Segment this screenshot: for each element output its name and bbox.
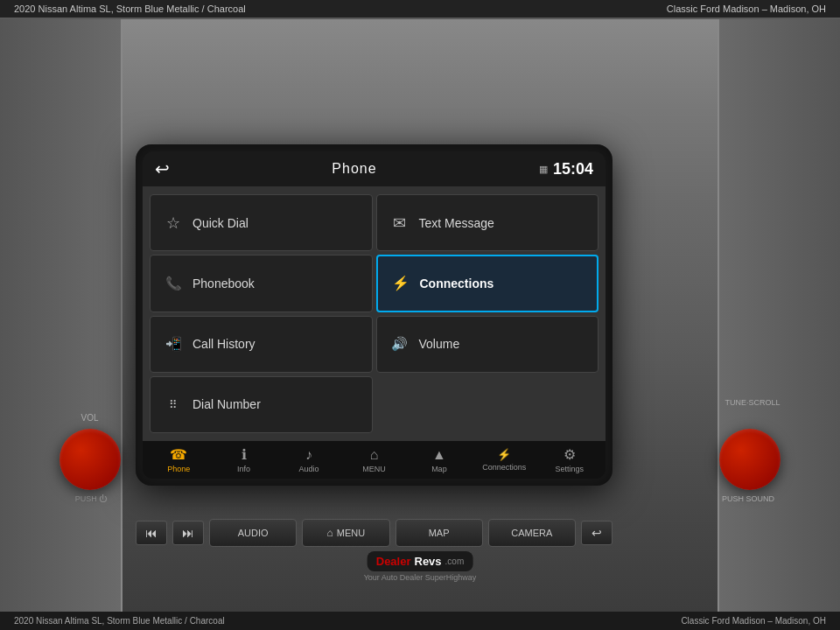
connections-nav-label: Connections: [482, 463, 526, 472]
volume-label: Volume: [419, 337, 460, 351]
empty-cell: [376, 376, 599, 433]
bottom-nav: ☎ Phone ℹ Info ♪ Audio ⌂ MENU ▲ Map: [143, 440, 606, 479]
volume-icon: 🔊: [389, 336, 410, 352]
physical-buttons-row: ⏮ ⏭ AUDIO ⌂ MENU MAP CAMERA ↩: [136, 519, 612, 547]
volume-button[interactable]: 🔊 Volume: [376, 316, 599, 373]
screen-bezel: ↩ Phone ▦ 15:04 ☆ Quick Dial ✉ Text Mess…: [136, 144, 612, 486]
dial-pad-icon: ⠿: [163, 398, 184, 411]
vol-label: VOL: [61, 413, 118, 423]
bottom-dealership: Classic Ford Madison – Madison, OH: [681, 616, 826, 626]
audio-physical-button[interactable]: AUDIO: [209, 519, 297, 547]
text-message-label: Text Message: [419, 216, 494, 230]
volume-knob[interactable]: [60, 429, 121, 490]
nav-info[interactable]: ℹ Info: [222, 446, 266, 473]
connections-button[interactable]: ⚡ Connections: [376, 255, 599, 312]
menu-icon: ⌂: [327, 527, 333, 539]
call-history-icon: 📲: [163, 336, 184, 352]
signal-icon: ▦: [539, 164, 548, 175]
text-message-icon: ✉: [389, 214, 410, 233]
map-physical-button[interactable]: MAP: [396, 519, 483, 547]
clock: 15:04: [553, 160, 593, 178]
nav-connections[interactable]: ⚡ Connections: [482, 448, 526, 472]
call-history-label: Call History: [192, 337, 256, 351]
dial-number-label: Dial Number: [192, 397, 261, 411]
tune-scroll-label: TUNE·SCROLL: [713, 398, 792, 409]
nav-map[interactable]: ▲ Map: [417, 447, 461, 473]
menu-btn-label: MENU: [337, 528, 365, 538]
info-nav-label: Info: [237, 465, 250, 473]
back-button[interactable]: ↩: [155, 158, 170, 179]
screen-title: Phone: [332, 161, 376, 177]
infotainment-screen: ↩ Phone ▦ 15:04 ☆ Quick Dial ✉ Text Mess…: [143, 151, 606, 479]
menu-nav-icon: ⌂: [370, 447, 379, 463]
camera-physical-button[interactable]: CAMERA: [488, 519, 576, 547]
connections-label: Connections: [420, 276, 494, 290]
watermark-dealer: Dealer: [376, 555, 411, 568]
dial-number-button[interactable]: ⠿ Dial Number: [150, 376, 373, 433]
phonebook-label: Phonebook: [192, 276, 255, 290]
settings-nav-icon: ⚙: [564, 446, 576, 463]
bottom-bar: 2020 Nissan Altima SL, Storm Blue Metall…: [0, 612, 840, 630]
screen-header: ↩ Phone ▦ 15:04: [143, 151, 606, 187]
call-history-button[interactable]: 📲 Call History: [150, 316, 373, 373]
tune-knob[interactable]: [719, 429, 780, 490]
push-power-label: PUSH ⏻: [65, 494, 117, 503]
watermark-com: .com: [445, 556, 465, 566]
audio-btn-label: AUDIO: [238, 528, 269, 538]
dealership-top: Classic Ford Madison – Madison, OH: [667, 4, 826, 14]
left-panel: [0, 19, 122, 630]
phone-nav-icon: ☎: [170, 446, 187, 463]
audio-nav-label: Audio: [299, 465, 319, 473]
phone-nav-label: Phone: [167, 465, 190, 473]
nav-menu[interactable]: ⌂ MENU: [352, 447, 396, 473]
phonebook-icon: 📞: [163, 276, 184, 291]
back-physical-button[interactable]: ↩: [581, 521, 612, 545]
settings-nav-label: Settings: [556, 465, 584, 473]
map-nav-icon: ▲: [432, 447, 446, 463]
nav-phone[interactable]: ☎ Phone: [157, 446, 200, 473]
nav-settings[interactable]: ⚙ Settings: [548, 446, 592, 473]
menu-grid: ☆ Quick Dial ✉ Text Message 📞 Phonebook …: [143, 187, 606, 440]
nav-audio[interactable]: ♪ Audio: [287, 447, 331, 473]
watermark-revs: Revs: [415, 555, 442, 568]
info-nav-icon: ℹ: [242, 446, 247, 463]
skip-prev-button[interactable]: ⏮: [136, 521, 167, 545]
quick-dial-button[interactable]: ☆ Quick Dial: [150, 194, 373, 251]
time-area: ▦ 15:04: [539, 160, 593, 178]
bottom-car-info: 2020 Nissan Altima SL, Storm Blue Metall…: [14, 616, 225, 626]
phonebook-button[interactable]: 📞 Phonebook: [150, 255, 373, 312]
bluetooth-icon: ⚡: [390, 275, 411, 291]
menu-nav-label: MENU: [362, 465, 386, 473]
map-btn-label: MAP: [429, 528, 450, 538]
camera-btn-label: CAMERA: [511, 528, 552, 538]
text-message-button[interactable]: ✉ Text Message: [376, 194, 599, 251]
watermark: Dealer Revs .com Your Auto Dealer SuperH…: [364, 551, 477, 582]
map-nav-label: Map: [431, 465, 447, 473]
push-sound-label: PUSH SOUND: [713, 494, 783, 503]
quick-dial-icon: ☆: [163, 214, 184, 233]
dashboard: 2020 Nissan Altima SL, Storm Blue Metall…: [0, 0, 840, 630]
car-info-top: 2020 Nissan Altima SL, Storm Blue Metall…: [14, 4, 246, 14]
menu-physical-button[interactable]: ⌂ MENU: [302, 519, 389, 547]
skip-next-button[interactable]: ⏭: [172, 521, 204, 545]
quick-dial-label: Quick Dial: [192, 216, 248, 230]
audio-nav-icon: ♪: [305, 447, 312, 463]
watermark-tagline: Your Auto Dealer SuperHighway: [364, 573, 477, 582]
connections-nav-icon: ⚡: [497, 448, 511, 461]
right-panel: [718, 19, 840, 630]
watermark-logo: Dealer Revs .com: [368, 551, 473, 571]
top-bar: 2020 Nissan Altima SL, Storm Blue Metall…: [0, 0, 840, 18]
